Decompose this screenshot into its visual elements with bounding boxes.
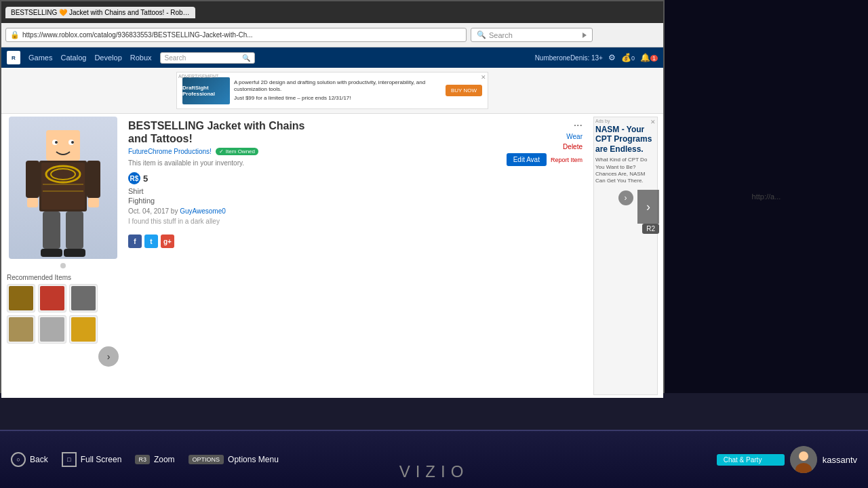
googleplus-share-icon[interactable]: g+	[161, 235, 174, 248]
edit-report-row: Edit Avat Report Item	[507, 153, 583, 166]
nav-catalog[interactable]: Catalog	[60, 54, 86, 62]
browser-tab[interactable]: BESTSELLING 🧡 Jacket with Chains and Tat…	[5, 7, 195, 18]
search-dropdown-icon	[583, 33, 587, 38]
recommended-item-3[interactable]	[69, 284, 98, 312]
browser-search-box[interactable]: 🔍 Search	[471, 28, 593, 42]
rec-item-img-5	[40, 317, 64, 342]
svg-rect-15	[43, 211, 60, 249]
roblox-search-placeholder: Search	[165, 54, 242, 62]
svg-rect-18	[64, 249, 85, 257]
item-date-value: Oct. 04, 2017	[128, 207, 169, 215]
nav-develop[interactable]: Develop	[94, 54, 121, 62]
item-type-label: Shirt	[128, 187, 584, 195]
ad-buy-now-button[interactable]: BUY NOW	[446, 85, 482, 96]
lock-icon: 🔒	[10, 30, 20, 39]
search-label: Search	[489, 31, 580, 39]
nasm-ad-next-button[interactable]: ›	[618, 190, 633, 205]
ps4-square-icon: □	[62, 452, 77, 467]
search-icon: 🔍	[477, 30, 486, 39]
item-creator-2[interactable]: GuyAwesome0	[180, 207, 226, 215]
item-owned-badge: ✓ Item Owned	[216, 148, 258, 155]
twitter-share-icon[interactable]: t	[144, 235, 158, 248]
recommended-item-6[interactable]	[69, 315, 98, 344]
nav-games[interactable]: Games	[28, 54, 52, 62]
svg-rect-17	[41, 249, 62, 257]
ad-tagline: A powerful 2D design and drafting soluti…	[234, 79, 441, 94]
rec-item-img-3	[71, 286, 96, 310]
ps4-fullscreen-button[interactable]: □ Full Screen	[62, 452, 122, 467]
tv-frame: BESTSELLING 🧡 Jacket with Chains and Tat…	[0, 0, 868, 488]
report-item-link[interactable]: Report Item	[551, 157, 583, 163]
ps4-user-area: Chat & Party kassantv	[717, 446, 857, 473]
svg-point-4	[71, 141, 74, 144]
nav-robux[interactable]: Robux	[130, 54, 152, 62]
ps4-username-label: kassantv	[823, 455, 857, 465]
main-content-area: Recommended Items	[1, 114, 663, 398]
ps4-circle-icon: ○	[11, 452, 26, 467]
rec-item-img-4	[9, 317, 33, 342]
robux-currency-icon: R$	[128, 172, 140, 184]
item-creator-name[interactable]: FutureChrome Productions!	[128, 148, 212, 155]
nav-robux-icon[interactable]: 💰0	[621, 53, 635, 62]
nav-notification-icon[interactable]: 🔔1	[640, 53, 658, 62]
ps4-chat-party-bar[interactable]: Chat & Party	[717, 454, 785, 466]
ps4-fullscreen-label: Full Screen	[81, 455, 122, 464]
ad-brand: DraftSight Professional	[182, 85, 230, 97]
ps4-options-label: Options Menu	[228, 455, 279, 464]
ps4-r3-badge: R3	[135, 455, 150, 464]
roblox-search-input[interactable]: Search 🔍	[160, 52, 255, 64]
address-bar-row: 🔒 https://www.roblox.com/catalog/9368335…	[1, 23, 663, 47]
recommended-next-arrow[interactable]: ›	[98, 346, 119, 367]
edit-avatar-button[interactable]: Edit Avat	[507, 153, 547, 166]
item-description: I found this stuff in a dark alley	[128, 218, 584, 225]
svg-rect-12	[87, 161, 100, 198]
roblox-navbar: R Games Catalog Develop Robux Search 🔍 N…	[1, 47, 663, 68]
nav-right-area: NumberoneDenis: 13+ ⚙ 💰0 🔔1	[535, 53, 658, 62]
vizio-brand-text: VIZIO	[399, 462, 469, 481]
notif-count: 1	[650, 55, 658, 62]
wear-button[interactable]: Wear	[566, 133, 583, 140]
ps4-back-label: Back	[30, 455, 48, 464]
recommended-item-5[interactable]	[38, 315, 66, 344]
recommended-item-2[interactable]	[38, 284, 66, 312]
more-options-button[interactable]: ···	[574, 119, 583, 131]
svg-rect-0	[46, 130, 80, 161]
r2-controller-badge: R2	[642, 224, 659, 234]
svg-rect-14	[88, 198, 99, 207]
facebook-share-icon[interactable]: f	[128, 235, 142, 248]
nav-username: NumberoneDenis: 13+	[535, 54, 603, 62]
recommended-item-4[interactable]	[7, 315, 35, 344]
ps4-controls-area: ○ Back □ Full Screen R3 Zoom OPTIONS Opt…	[11, 452, 717, 467]
search-submit-icon[interactable]: 🔍	[242, 54, 250, 62]
rec-item-img-1	[9, 286, 33, 310]
owned-check-icon: ✓	[219, 148, 224, 155]
recommended-items-list	[7, 284, 119, 344]
ad-close-icon[interactable]: ✕	[481, 74, 486, 81]
item-price-row: R$ 5	[128, 172, 584, 184]
ad-text-content: A powerful 2D design and drafting soluti…	[230, 79, 446, 102]
ps4-options-badge: OPTIONS	[189, 455, 224, 464]
svg-rect-11	[26, 161, 39, 198]
nasm-ad-close-icon[interactable]: ✕	[650, 119, 656, 125]
character-preview-section: Recommended Items	[7, 117, 119, 395]
ps4-user-avatar	[790, 446, 817, 473]
address-bar[interactable]: 🔒 https://www.roblox.com/catalog/9368335…	[5, 28, 467, 42]
action-buttons-area: Wear Delete Edit Avat Report Item	[507, 133, 583, 166]
ps4-zoom-label: Zoom	[154, 455, 175, 464]
nasm-ad-title: NASM - Your CPT Programs are Endless.	[595, 125, 656, 154]
scroll-dot-left	[60, 263, 66, 268]
rec-item-img-2	[40, 286, 64, 310]
address-url-text: https://www.roblox.com/catalog/936833553…	[22, 31, 462, 39]
browser-window: BESTSELLING 🧡 Jacket with Chains and Tat…	[0, 0, 665, 393]
ad-advertisement-label: ADVERTISEMENT	[178, 74, 218, 79]
roblox-logo[interactable]: R	[7, 51, 20, 64]
ps4-back-button[interactable]: ○ Back	[11, 452, 48, 467]
ps4-zoom-button[interactable]: R3 Zoom	[135, 455, 174, 464]
nav-settings-icon[interactable]: ⚙	[608, 53, 616, 62]
nasm-ad-sidebar: Ads by ✕ NASM - Your CPT Programs are En…	[593, 117, 658, 395]
recommended-item-1[interactable]	[7, 284, 35, 312]
delete-button[interactable]: Delete	[563, 143, 583, 150]
browser-next-arrow[interactable]: ›	[637, 190, 659, 224]
character-scroll-dots	[59, 262, 67, 270]
ps4-options-button[interactable]: OPTIONS Options Menu	[189, 455, 279, 464]
